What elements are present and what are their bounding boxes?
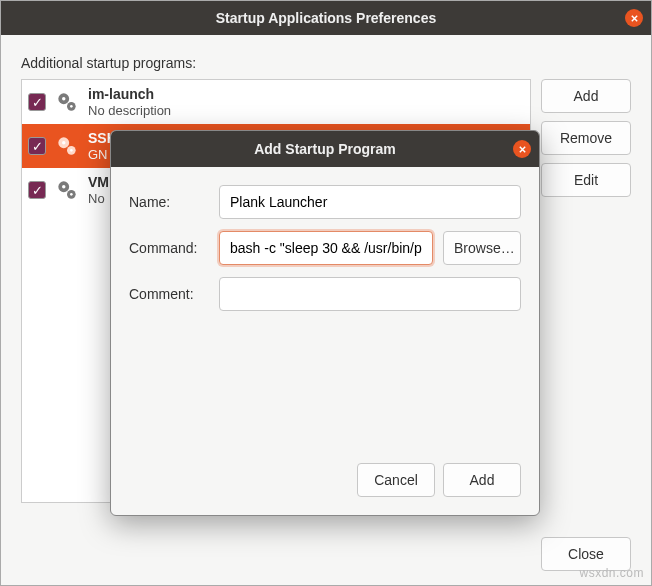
gears-icon [54,89,80,115]
dialog-title: Add Startup Program [254,141,396,157]
window-title: Startup Applications Preferences [216,10,436,26]
edit-button[interactable]: Edit [541,163,631,197]
svg-point-7 [70,149,73,152]
dialog-body: Name: Command: Browse… Comment: [111,167,539,333]
side-buttons: Add Remove Edit [541,79,631,503]
comment-field[interactable] [219,277,521,311]
main-titlebar: Startup Applications Preferences [1,1,651,35]
program-row[interactable]: ✓im-launchNo description [22,80,530,124]
svg-point-6 [62,141,65,144]
add-button[interactable]: Add [541,79,631,113]
browse-button[interactable]: Browse… [443,231,521,265]
form-row-command: Command: Browse… [129,231,521,265]
remove-button[interactable]: Remove [541,121,631,155]
form-row-comment: Comment: [129,277,521,311]
svg-point-10 [62,185,65,188]
dialog-close-icon[interactable] [513,140,531,158]
footer: Close [1,523,651,585]
name-label: Name: [129,194,209,210]
checkbox[interactable]: ✓ [28,137,46,155]
checkbox[interactable]: ✓ [28,181,46,199]
svg-point-11 [70,193,73,196]
checkbox[interactable]: ✓ [28,93,46,111]
svg-point-3 [70,105,73,108]
form-row-name: Name: [129,185,521,219]
program-name: im-launch [88,86,171,103]
watermark: wsxdn.com [579,566,644,580]
cancel-button[interactable]: Cancel [357,463,435,497]
close-icon[interactable] [625,9,643,27]
command-label: Command: [129,240,209,256]
dialog-add-button[interactable]: Add [443,463,521,497]
program-description: No [88,191,109,207]
comment-label: Comment: [129,286,209,302]
gears-icon [54,133,80,159]
dialog-footer: Cancel Add [111,453,539,515]
dialog-titlebar: Add Startup Program [111,131,539,167]
name-field[interactable] [219,185,521,219]
section-label: Additional startup programs: [21,55,631,71]
gears-icon [54,177,80,203]
program-text: im-launchNo description [88,86,171,118]
command-field[interactable] [219,231,433,265]
program-text: VMNo [88,174,109,206]
add-startup-dialog: Add Startup Program Name: Command: Brows… [110,130,540,516]
program-name: VM [88,174,109,191]
svg-point-2 [62,97,65,100]
program-description: No description [88,103,171,119]
